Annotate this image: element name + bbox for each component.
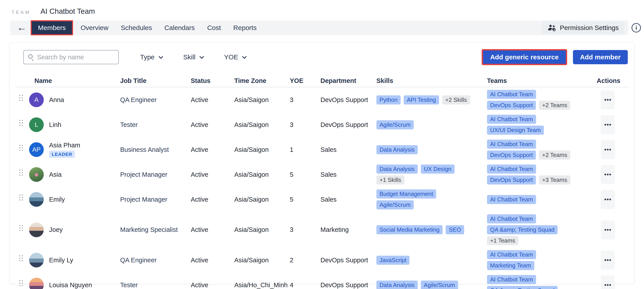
drag-handle-icon[interactable] <box>19 120 20 121</box>
timezone-cell: Asia/Saigon <box>234 121 290 129</box>
more-skills-chip[interactable]: +1 Skills <box>376 175 404 184</box>
more-skills-chip[interactable]: +2 Skills <box>442 95 470 105</box>
drag-handle-icon[interactable] <box>19 255 20 256</box>
team-chip: AI Chatbot Team <box>487 214 536 223</box>
drag-handle-icon[interactable] <box>19 95 20 96</box>
job-title-cell: Marketing Specialist <box>120 226 191 233</box>
skills-cell: Data Analysis UX Design +1 Skills <box>376 164 487 184</box>
ellipsis-icon: ••• <box>604 171 611 178</box>
skills-cell: Data Analysis <box>376 145 487 154</box>
table-row: A Anna QA Engineer Active Asia/Saigon 3 … <box>16 87 628 112</box>
chevron-down-icon <box>200 54 204 59</box>
permission-settings-label: Permission Settings <box>560 24 619 32</box>
column-header-job-title: Job Title <box>120 77 191 85</box>
filter-type[interactable]: Type <box>140 53 162 61</box>
member-name: Louisa Nguyen <box>49 281 92 289</box>
timezone-cell: Asia/Saigon <box>234 196 290 203</box>
job-title-cell: Tester <box>120 121 191 129</box>
skills-cell: Agile/Scrum <box>376 120 487 129</box>
table-row: Asia Project Manager Active Asia/Saigon … <box>16 162 628 187</box>
timezone-cell: Asia/Saigon <box>234 146 290 153</box>
team-chip: DevOps Support <box>487 175 536 184</box>
more-teams-chip[interactable]: +2 Teams <box>539 101 570 110</box>
ellipsis-icon: ••• <box>604 256 611 264</box>
yoe-cell: 5 <box>290 196 320 203</box>
ellipsis-icon: ••• <box>604 281 611 288</box>
avatar <box>29 167 44 182</box>
members-panel: Type Skill YOE Add generic resource Add … <box>9 42 635 284</box>
timezone-cell: Asia/Saigon <box>234 256 290 264</box>
ellipsis-icon: ••• <box>604 226 611 233</box>
team-chip: QA &amp; Testing Squad <box>487 225 558 234</box>
job-title-cell: QA Engineer <box>120 256 191 264</box>
search-icon <box>28 54 33 59</box>
status-cell: Active <box>191 196 234 203</box>
drag-handle-icon[interactable] <box>19 280 20 281</box>
chevron-down-icon <box>242 54 247 59</box>
row-actions-button[interactable]: ••• <box>601 220 615 239</box>
more-teams-chip[interactable]: +3 Teams <box>539 175 570 184</box>
teams-cell: AI Chatbot Team DevOps Support +2 Teams <box>487 140 595 160</box>
column-header-yoe: YOE <box>290 77 320 85</box>
drag-handle-icon[interactable] <box>19 170 20 171</box>
skills-cell: Budget Management Agile/Scrum <box>376 189 487 209</box>
add-generic-resource-button[interactable]: Add generic resource <box>482 49 567 65</box>
skills-cell: Python API Testing +2 Skills <box>376 95 487 105</box>
department-cell: DevOps Support <box>320 121 376 129</box>
filter-skill[interactable]: Skill <box>183 53 203 61</box>
drag-handle-icon[interactable] <box>19 145 20 146</box>
yoe-cell: 3 <box>290 226 320 233</box>
info-button[interactable]: i <box>632 23 641 33</box>
status-cell: Active <box>191 281 234 289</box>
leader-badge: LEADER <box>49 151 75 158</box>
skill-chip: Data Analysis <box>376 164 418 174</box>
timezone-cell: Asia/Ho_Chi_Minh <box>234 281 290 289</box>
row-actions-button[interactable]: ••• <box>601 275 615 289</box>
avatar <box>29 192 44 207</box>
tab-cost[interactable]: Cost <box>201 24 227 32</box>
member-name: Joey <box>49 226 62 233</box>
member-name: Linh <box>49 121 61 129</box>
add-member-button[interactable]: Add member <box>573 50 628 64</box>
avatar: AP <box>29 142 44 157</box>
skill-chip: Data Analysis <box>376 145 418 154</box>
avatar <box>29 278 44 289</box>
skills-cell: Social Media Marketing SEO <box>376 225 487 234</box>
permission-settings-button[interactable]: Permission Settings <box>542 21 624 34</box>
team-nav-bar: ← Members Overview Schedules Calendars C… <box>10 21 628 35</box>
row-actions-button[interactable]: ••• <box>601 90 615 109</box>
status-cell: Active <box>191 226 234 233</box>
search-input[interactable] <box>24 51 118 64</box>
yoe-cell: 2 <box>290 256 320 264</box>
drag-handle-icon[interactable] <box>19 194 20 196</box>
table-row: L Linh Tester Active Asia/Saigon 3 DevOp… <box>16 112 628 137</box>
team-chip: QA &amp; Testing Squad <box>487 286 558 289</box>
more-teams-chip[interactable]: +2 Teams <box>539 150 570 160</box>
skill-chip: Social Media Marketing <box>376 225 442 234</box>
department-cell: Sales <box>320 146 376 153</box>
tab-reports[interactable]: Reports <box>227 24 263 32</box>
skill-chip: SEO <box>446 225 464 234</box>
table-row: Emily Ly QA Engineer Active Asia/Saigon … <box>16 248 628 272</box>
teams-cell: AI Chatbot Team QA &amp; Testing Squad +… <box>487 214 595 245</box>
row-actions-button[interactable]: ••• <box>601 115 615 134</box>
tab-calendars[interactable]: Calendars <box>158 24 201 32</box>
row-actions-button[interactable]: ••• <box>601 140 615 159</box>
back-button[interactable]: ← <box>17 23 27 32</box>
timezone-cell: Asia/Saigon <box>234 171 290 178</box>
filter-yoe-label: YOE <box>224 53 238 61</box>
avatar: L <box>29 117 44 132</box>
tab-schedules[interactable]: Schedules <box>114 24 158 32</box>
row-actions-button[interactable]: ••• <box>601 250 615 270</box>
more-teams-chip[interactable]: +1 Teams <box>487 236 518 245</box>
team-chip: UX/UI Design Team <box>487 126 544 135</box>
drag-handle-icon[interactable] <box>19 225 20 226</box>
row-actions-button[interactable]: ••• <box>601 165 615 184</box>
tab-overview[interactable]: Overview <box>74 24 114 32</box>
avatar <box>29 253 44 267</box>
tab-members[interactable]: Members <box>31 20 73 35</box>
row-actions-button[interactable]: ••• <box>601 190 615 209</box>
filter-yoe[interactable]: YOE <box>224 53 246 61</box>
teams-cell: AI Chatbot Team UX/UI Design Team <box>487 115 595 135</box>
skill-chip: API Testing <box>404 95 439 105</box>
